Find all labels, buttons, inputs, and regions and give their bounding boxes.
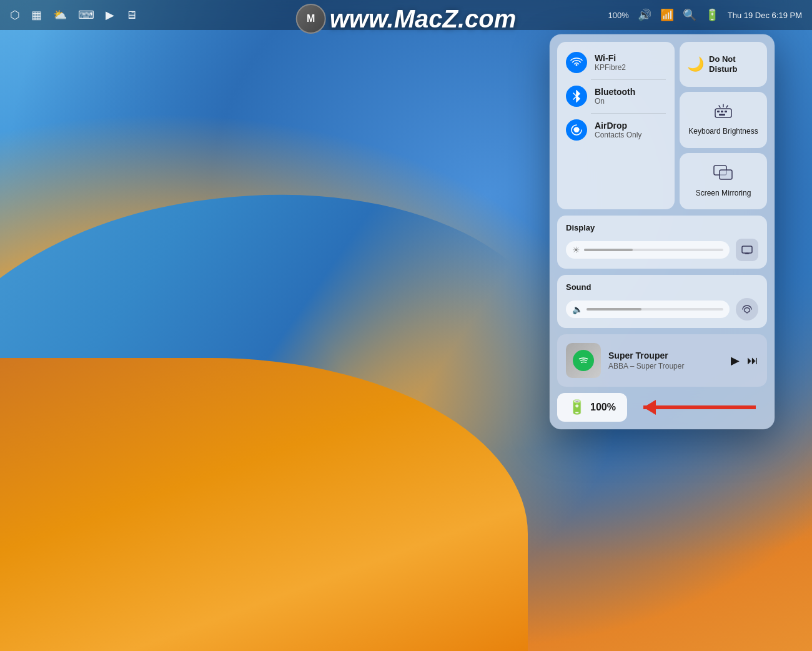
- keyboard-brightness-icon: [714, 104, 733, 123]
- do-not-disturb-block[interactable]: 🌙 Do Not Disturb: [680, 42, 767, 87]
- keyboard-brightness-block[interactable]: Keyboard Brightness: [680, 92, 767, 148]
- svg-rect-1: [715, 109, 731, 117]
- screen-mirroring-icon: [713, 165, 733, 185]
- spotify-logo: [573, 350, 594, 371]
- datetime: Thu 19 Dec 6:19 PM: [728, 11, 802, 20]
- sound-slider-fill: [587, 308, 641, 311]
- svg-marker-16: [643, 400, 656, 415]
- wifi-text: Wi-Fi KPFibre2: [595, 53, 626, 72]
- svg-rect-4: [725, 111, 727, 112]
- menubar-right: 100% 🔊 📶 🔍 🔋 Thu 19 Dec 6:19 PM: [608, 8, 802, 22]
- svg-rect-5: [719, 114, 725, 116]
- cpu-icon[interactable]: ⬡: [10, 8, 20, 22]
- wifi-item[interactable]: Wi-Fi KPFibre2: [557, 46, 675, 79]
- screen-mirroring-label: Screen Mirroring: [696, 189, 751, 197]
- bluetooth-text: Bluetooth On: [595, 87, 635, 106]
- battery-percentage: 100%: [590, 402, 616, 413]
- dnd-line1: Do Not: [709, 54, 738, 64]
- sound-slider-row: 🔈: [566, 298, 758, 321]
- volume-slider-icon: 🔈: [572, 304, 583, 314]
- red-arrow: [637, 394, 762, 421]
- control-center-panel: Wi-Fi KPFibre2 Bluetooth On: [550, 34, 775, 429]
- top-grid: Wi-Fi KPFibre2 Bluetooth On: [557, 42, 767, 209]
- battery-menu-icon[interactable]: 100%: [608, 11, 629, 20]
- sound-title: Sound: [566, 282, 758, 292]
- grid-icon[interactable]: ▦: [31, 8, 42, 22]
- skip-button[interactable]: ⏭: [747, 354, 758, 367]
- airdrop-icon-circle: [566, 119, 587, 141]
- bluetooth-item[interactable]: Bluetooth On: [557, 79, 675, 113]
- battery-icon[interactable]: 🔋: [705, 8, 719, 22]
- wifi-icon[interactable]: 📶: [660, 8, 674, 22]
- svg-line-7: [719, 106, 720, 107]
- monitor-icon[interactable]: 🖥: [126, 9, 137, 22]
- battery-charging-icon: 🔋: [568, 399, 585, 415]
- bluetooth-icon-circle: [566, 86, 587, 107]
- track-artist: ABBA – Super Trouper: [608, 362, 723, 370]
- play-button[interactable]: ▶: [731, 354, 740, 367]
- wifi-sub: KPFibre2: [595, 63, 626, 72]
- airdrop-name: AirDrop: [595, 121, 641, 131]
- display-slider-fill: [584, 249, 633, 251]
- battery-block[interactable]: 🔋 100%: [557, 393, 627, 422]
- album-art: [566, 343, 601, 378]
- search-icon[interactable]: 🔍: [683, 8, 696, 22]
- svg-rect-10: [720, 170, 732, 179]
- wifi-name: Wi-Fi: [595, 53, 626, 63]
- svg-point-14: [577, 354, 590, 367]
- network-block: Wi-Fi KPFibre2 Bluetooth On: [557, 42, 675, 209]
- sound-slider-container[interactable]: 🔈: [566, 301, 730, 318]
- display-slider-row: ☀: [566, 239, 758, 261]
- volume-icon[interactable]: 🔊: [638, 8, 651, 22]
- svg-rect-3: [721, 111, 723, 112]
- hat-icon[interactable]: ⛅: [53, 8, 67, 22]
- dnd-icon: 🌙: [687, 56, 704, 72]
- airdrop-item[interactable]: AirDrop Contacts Only: [557, 113, 675, 147]
- keyboard-brightness-label: Keyboard Brightness: [688, 127, 758, 136]
- bluetooth-sub: On: [595, 97, 635, 106]
- svg-rect-11: [742, 246, 752, 253]
- track-name: Super Trouper: [608, 350, 723, 360]
- display-section: Display ☀: [557, 216, 767, 269]
- dnd-text: Do Not Disturb: [709, 54, 738, 74]
- display-title: Display: [566, 223, 758, 232]
- track-info: Super Trouper ABBA – Super Trouper: [608, 350, 723, 370]
- airplay-button[interactable]: [736, 298, 758, 321]
- playback-controls: ▶ ⏭: [731, 354, 758, 367]
- airdrop-sub: Contacts Only: [595, 131, 641, 139]
- sound-section: Sound 🔈: [557, 275, 767, 328]
- now-playing-section: Super Trouper ABBA – Super Trouper ▶ ⏭: [557, 334, 767, 387]
- menubar-left: ⬡ ▦ ⛅ ⌨ ▶ 🖥: [10, 8, 137, 22]
- sound-slider-track: [587, 308, 723, 311]
- airdrop-text: AirDrop Contacts Only: [595, 121, 641, 139]
- svg-line-8: [726, 106, 728, 107]
- brightness-icon: ☀: [572, 245, 580, 255]
- svg-rect-2: [717, 111, 720, 112]
- display-settings-button[interactable]: [736, 239, 758, 261]
- screen-mirroring-block[interactable]: Screen Mirroring: [680, 153, 767, 209]
- wifi-icon-circle: [566, 52, 587, 73]
- display-slider-container[interactable]: ☀: [566, 241, 730, 259]
- battery-section: 🔋 100%: [557, 393, 767, 422]
- bluetooth-name: Bluetooth: [595, 87, 635, 97]
- display-slider-track: [584, 249, 723, 251]
- dnd-line2: Disturb: [709, 64, 738, 74]
- play-menu-icon[interactable]: ▶: [106, 8, 114, 22]
- keyboard-menu-icon[interactable]: ⌨: [78, 8, 94, 22]
- menubar: ⬡ ▦ ⛅ ⌨ ▶ 🖥 100% 🔊 📶 🔍 🔋 Thu 19 Dec 6:19…: [0, 0, 812, 30]
